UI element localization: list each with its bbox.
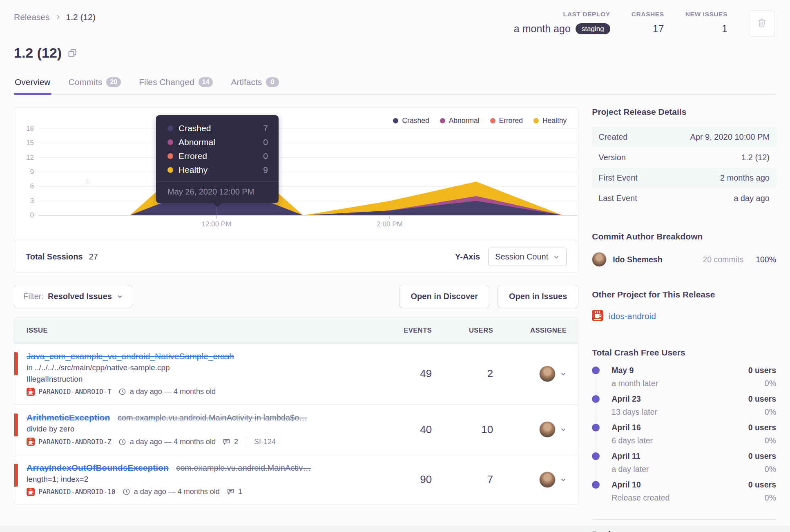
column-issue: ISSUE <box>27 326 379 334</box>
events-count: 49 <box>379 367 432 380</box>
column-events: EVENTS <box>379 326 432 334</box>
crashed-dot <box>167 125 173 131</box>
y-tick-label: 3 <box>14 197 34 205</box>
timeline-dot <box>592 367 600 374</box>
y-tick-label: 18 <box>14 125 34 133</box>
table-row[interactable]: Java_com_example_vu_android_NativeSample… <box>14 343 578 405</box>
clock-icon <box>118 388 126 396</box>
legend-item-abnormal[interactable]: Abnormal <box>440 116 480 125</box>
release-title-row: 1.2 (12) <box>14 45 776 61</box>
users-count: 10 <box>432 423 493 436</box>
crash-free-item: April 16 6 days later 0 users 0% <box>592 423 776 452</box>
delete-release-button[interactable] <box>749 11 775 37</box>
copy-icon[interactable] <box>67 48 77 58</box>
other-project-section: Other Project for This Release idos-andr… <box>592 290 776 323</box>
comments-count: 1 <box>238 487 242 496</box>
total-sessions-label: Total Sessions <box>26 252 83 262</box>
issues-filter-dropdown[interactable]: Filter: Resolved Issues <box>14 285 132 308</box>
column-users: USERS <box>432 326 493 334</box>
stat-label: NEW ISSUES <box>685 11 728 18</box>
issue-message: divide by zero <box>27 425 371 434</box>
assignee-avatar[interactable] <box>539 366 556 382</box>
author-avatar <box>592 252 607 267</box>
table-row[interactable]: ArithmeticException com.example.vu.andro… <box>14 405 578 455</box>
issue-message: length=1; index=2 <box>27 475 371 484</box>
detail-row-version: Version 1.2 (12) <box>592 147 776 168</box>
error-level-indicator <box>14 414 18 436</box>
chart-legend: Crashed Abnormal Errored Healthy <box>393 116 567 125</box>
assignee-avatar[interactable] <box>539 472 556 488</box>
table-row[interactable]: ArrayIndexOutOfBoundsException com.examp… <box>14 455 578 505</box>
tab-overview[interactable]: Overview <box>14 74 51 94</box>
chevron-down-icon[interactable] <box>560 426 567 433</box>
project-slug: PARANOID-ANDROID-Z <box>38 438 112 446</box>
tab-commits[interactable]: Commits 20 <box>68 74 122 94</box>
commits-count-badge: 20 <box>106 77 121 87</box>
issue-culprit: in ../../../../src/main/cpp/native-sampl… <box>27 363 371 372</box>
stat-new-issues: NEW ISSUES 1 <box>685 11 728 35</box>
tooltip-row-crashed: Crashed 7 <box>167 121 268 135</box>
comments-icon <box>223 438 230 446</box>
legend-item-crashed[interactable]: Crashed <box>393 116 429 125</box>
chart-tooltip: Crashed 7 Abnormal 0 Errored <box>156 115 279 203</box>
project-slug: PARANOID-ANDROID-10 <box>38 488 116 496</box>
tooltip-timestamp: May 26, 2020 12:00 PM <box>156 182 279 203</box>
error-level-indicator <box>14 464 18 487</box>
stat-label: LAST DEPLOY <box>563 11 610 18</box>
abnormal-dot <box>167 139 173 145</box>
issue-age: a day ago — 4 months old <box>130 438 216 446</box>
author-commit-percent: 100% <box>756 255 776 264</box>
author-name: Ido Shemesh <box>613 255 703 264</box>
y-tick-label: 9 <box>14 168 34 176</box>
sessions-chart[interactable]: 1815129630 12:00 PM2:00 PM 0 Crashed Abn… <box>14 107 578 241</box>
crashed-legend-dot <box>393 118 398 123</box>
tab-artifacts[interactable]: Artifacts 0 <box>230 74 280 94</box>
crash-free-item: April 11 a day later 0 users 0% <box>592 452 776 480</box>
legend-item-healthy[interactable]: Healthy <box>533 116 567 125</box>
trash-icon <box>756 17 768 30</box>
issues-table-header: ISSUE EVENTS USERS ASSIGNEE <box>14 318 578 343</box>
issue-link[interactable]: Java_com_example_vu_android_NativeSample… <box>27 351 234 361</box>
clock-icon <box>123 488 130 496</box>
open-in-issues-button[interactable]: Open in Issues <box>498 285 578 308</box>
healthy-legend-dot <box>533 118 539 123</box>
chart-canvas <box>14 107 579 241</box>
stat-crashes: CRASHES 17 <box>632 11 664 35</box>
users-count: 2 <box>432 367 493 380</box>
commit-author-section: Commit Author Breakdown Ido Shemesh 20 c… <box>592 232 776 267</box>
tooltip-row-errored: Errored 0 <box>167 149 268 163</box>
y-axis-label: Y-Axis <box>455 252 480 262</box>
project-icon <box>592 310 603 323</box>
chart-ghost-label: 0 <box>86 179 90 186</box>
stat-label: CRASHES <box>632 11 664 18</box>
breadcrumb-releases-link[interactable]: Releases <box>14 12 50 22</box>
detail-row-created: Created Apr 9, 2020 10:00 PM <box>592 127 776 147</box>
x-tick-label: 2:00 PM <box>361 220 418 228</box>
events-count: 40 <box>379 423 432 436</box>
y-axis-select[interactable]: Session Count <box>488 248 567 266</box>
y-tick-label: 15 <box>14 139 34 147</box>
column-assignee: ASSIGNEE <box>493 326 567 334</box>
chevron-down-icon[interactable] <box>560 476 567 483</box>
issue-link[interactable]: ArithmeticException <box>27 413 110 422</box>
other-project-link[interactable]: idos-android <box>609 311 656 321</box>
chart-footer: Total Sessions 27 Y-Axis Session Count <box>14 241 578 273</box>
header-stats: LAST DEPLOY a month ago staging CRASHES … <box>514 11 775 37</box>
chevron-down-icon[interactable] <box>560 371 567 377</box>
open-in-discover-button[interactable]: Open in Discover <box>399 285 489 308</box>
artifacts-count-badge: 0 <box>266 77 279 87</box>
issue-link[interactable]: ArrayIndexOutOfBoundsException <box>27 463 169 472</box>
section-heading: Other Project for This Release <box>592 290 776 300</box>
linked-ticket[interactable]: SI-124 <box>254 438 276 446</box>
sessions-chart-card: 1815129630 12:00 PM2:00 PM 0 Crashed Abn… <box>14 107 578 273</box>
section-heading: Total Crash Free Users <box>592 348 776 358</box>
legend-item-errored[interactable]: Errored <box>490 116 523 125</box>
files-changed-count-badge: 14 <box>199 77 213 87</box>
users-count: 7 <box>432 473 493 486</box>
assignee-avatar[interactable] <box>539 421 556 438</box>
detail-row-last-event: Last Event a day ago <box>592 188 776 208</box>
issue-age: a day ago — 4 months old <box>130 387 216 396</box>
tab-files-changed[interactable]: Files Changed 14 <box>138 74 214 94</box>
release-sidebar: Project Release Details Created Apr 9, 2… <box>592 107 776 532</box>
author-commit-count: 20 commits <box>703 255 743 264</box>
